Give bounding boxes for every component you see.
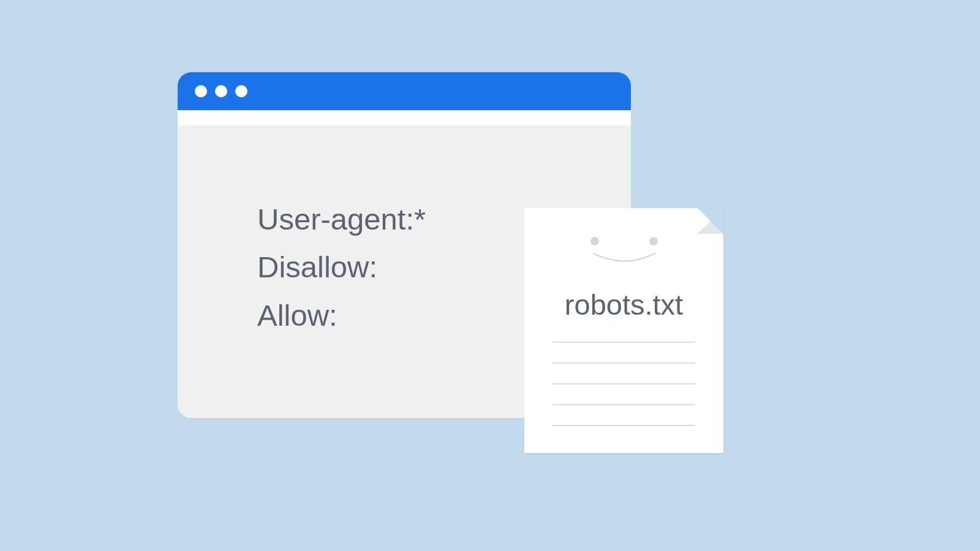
window-dot-icon [195,85,207,97]
text-line-icon [552,404,695,405]
url-bar [178,110,631,126]
document-icon: robots.txt [524,208,723,453]
text-line-icon [552,383,695,384]
smiley-face-icon [524,230,723,269]
window-dot-icon [235,85,247,97]
document-label: robots.txt [524,288,723,321]
eye-icon [590,237,599,246]
window-dot-icon [215,85,227,97]
smile-icon [581,250,667,269]
document-lines [552,342,695,446]
eye-icon [649,237,658,246]
text-line-icon [552,342,695,343]
text-line-icon [552,425,695,426]
text-line-icon [552,362,695,364]
title-bar [178,72,631,110]
